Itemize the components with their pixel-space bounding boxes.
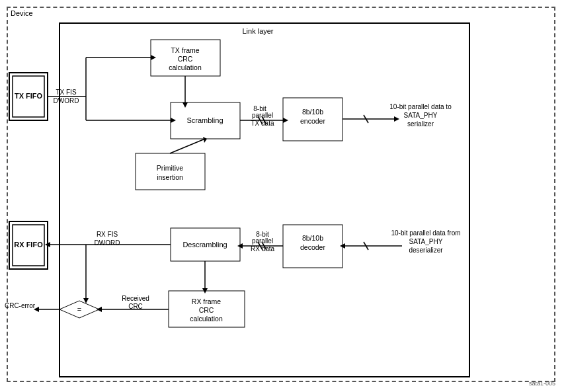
device-label: Device — [11, 9, 33, 17]
outer-border — [7, 7, 555, 382]
